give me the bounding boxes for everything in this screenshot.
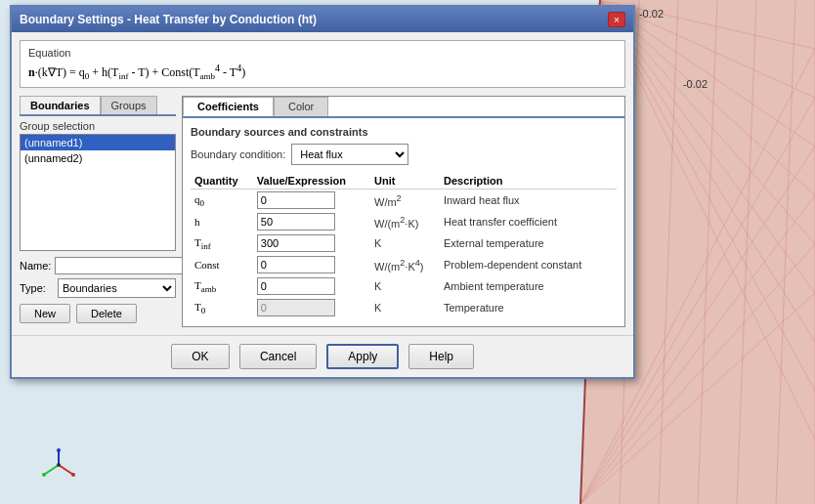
type-row: Type: Boundaries xyxy=(20,278,176,298)
tab-color[interactable]: Color xyxy=(274,97,328,116)
ok-button[interactable]: OK xyxy=(171,344,230,369)
quantity-const: Const xyxy=(191,254,253,275)
desc-t0: Temperature xyxy=(440,297,617,318)
value-tamb xyxy=(253,275,370,297)
unit-const: W/(m2·K4) xyxy=(370,254,440,275)
cancel-button[interactable]: Cancel xyxy=(239,344,317,369)
value-q0 xyxy=(253,189,370,212)
unit-q0: W/m2 xyxy=(370,189,440,212)
value-tinf xyxy=(253,232,370,254)
desc-const: Problem-dependent constant xyxy=(440,254,617,275)
input-q0[interactable] xyxy=(257,191,335,209)
svg-point-27 xyxy=(57,463,61,467)
group-selection-label: Group selection xyxy=(20,120,176,132)
right-panel: Coefficients Color Boundary sources and … xyxy=(182,96,625,327)
col-header-description: Description xyxy=(440,173,617,189)
value-t0 xyxy=(253,297,370,318)
type-select[interactable]: Boundaries xyxy=(58,278,176,298)
col-header-quantity: Quantity xyxy=(191,173,253,189)
unit-tamb: K xyxy=(370,275,440,297)
equation-text: n·(k∇T) = q0 + h(Tinf - T) + Const(Tamb4… xyxy=(28,63,617,81)
equation-label: Equation xyxy=(28,47,617,59)
dialog-body: Equation n·(k∇T) = q0 + h(Tinf - T) + Co… xyxy=(12,32,633,335)
dialog-footer: OK Cancel Apply Help xyxy=(12,335,633,377)
tab-boundaries[interactable]: Boundaries xyxy=(20,96,101,114)
coord-label-1: -0.02 xyxy=(639,8,664,20)
list-item[interactable]: (unnamed1) xyxy=(21,135,175,150)
table-row: T0 K Temperature xyxy=(191,297,617,318)
name-label: Name: xyxy=(20,260,51,272)
quantity-h: h xyxy=(191,211,253,232)
svg-point-28 xyxy=(71,473,75,477)
unit-tinf: K xyxy=(370,232,440,254)
name-input[interactable] xyxy=(55,257,192,274)
table-row: q0 W/m2 Inward heat flux xyxy=(191,189,617,212)
left-tab-bar: Boundaries Groups xyxy=(20,96,176,116)
name-row: Name: xyxy=(20,257,176,274)
right-tab-bar: Coefficients Color xyxy=(183,97,624,118)
eq-text: n·(k∇T) = q0 + h(Tinf - T) + Const(Tamb4… xyxy=(28,65,245,79)
table-row: Tamb K Ambient temperature xyxy=(191,275,617,297)
boundary-condition-select[interactable]: Heat flux xyxy=(291,144,408,165)
desc-tinf: External temperature xyxy=(440,232,617,254)
type-label: Type: xyxy=(20,282,54,294)
col-header-value: Value/Expression xyxy=(253,173,370,189)
table-row: h W/(m2·K) Heat transfer coefficient xyxy=(191,211,617,232)
col-header-unit: Unit xyxy=(370,173,440,189)
btn-row: New Delete xyxy=(20,304,176,323)
table-row: Tinf K External temperature xyxy=(191,232,617,254)
equation-section: Equation n·(k∇T) = q0 + h(Tinf - T) + Co… xyxy=(20,40,625,88)
boundary-settings-dialog: Boundary Settings - Heat Transfer by Con… xyxy=(10,5,635,379)
coord-label-2: -0.02 xyxy=(683,78,708,90)
desc-tamb: Ambient temperature xyxy=(440,275,617,297)
unit-h: W/(m2·K) xyxy=(370,211,440,232)
list-item[interactable]: (unnamed2) xyxy=(21,150,175,166)
apply-button[interactable]: Apply xyxy=(326,344,399,369)
dialog-close-button[interactable]: × xyxy=(608,12,625,27)
left-panel: Boundaries Groups Group selection (unnam… xyxy=(20,96,176,327)
boundary-sources-label: Boundary sources and constraints xyxy=(191,126,617,138)
input-tamb[interactable] xyxy=(257,277,335,295)
axis-indicator xyxy=(39,445,78,484)
quantity-q0: q0 xyxy=(191,189,253,212)
value-const xyxy=(253,254,370,275)
value-h xyxy=(253,211,370,232)
quantity-tamb: Tamb xyxy=(191,275,253,297)
svg-point-30 xyxy=(57,448,61,452)
quantity-t0: T0 xyxy=(191,297,253,318)
boundary-condition-row: Boundary condition: Heat flux xyxy=(191,144,617,165)
desc-q0: Inward heat flux xyxy=(440,189,617,212)
tab-coefficients[interactable]: Coefficients xyxy=(183,97,274,116)
unit-t0: K xyxy=(370,297,440,318)
quantity-tinf: Tinf xyxy=(191,232,253,254)
bc-label: Boundary condition: xyxy=(191,148,285,160)
tab-groups[interactable]: Groups xyxy=(101,96,157,114)
main-area: Boundaries Groups Group selection (unnam… xyxy=(20,96,625,327)
dialog-titlebar: Boundary Settings - Heat Transfer by Con… xyxy=(12,7,633,32)
dialog-title: Boundary Settings - Heat Transfer by Con… xyxy=(20,13,317,26)
params-table: Quantity Value/Expression Unit Descripti… xyxy=(191,173,617,318)
svg-line-24 xyxy=(59,465,73,475)
svg-point-29 xyxy=(42,473,46,477)
svg-line-25 xyxy=(44,465,59,475)
group-listbox[interactable]: (unnamed1) (unnamed2) xyxy=(20,134,176,251)
input-tinf[interactable] xyxy=(257,234,335,252)
table-row: Const W/(m2·K4) Problem-dependent consta… xyxy=(191,254,617,275)
input-h[interactable] xyxy=(257,213,335,231)
coefficients-panel: Boundary sources and constraints Boundar… xyxy=(183,118,624,326)
new-button[interactable]: New xyxy=(20,304,70,323)
desc-h: Heat transfer coefficient xyxy=(440,211,617,232)
help-button[interactable]: Help xyxy=(408,344,474,369)
input-t0[interactable] xyxy=(257,299,335,316)
input-const[interactable] xyxy=(257,256,335,273)
delete-button[interactable]: Delete xyxy=(76,304,137,323)
